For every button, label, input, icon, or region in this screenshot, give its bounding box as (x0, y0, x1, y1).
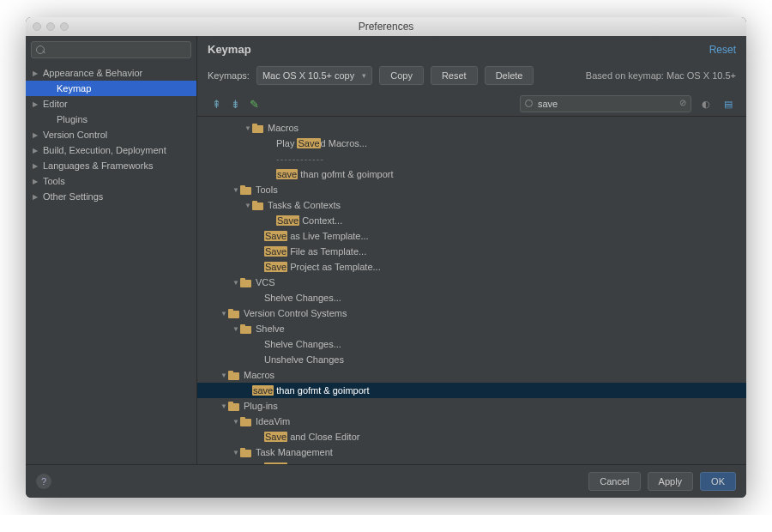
clear-search-icon[interactable]: ⊘ (679, 98, 686, 107)
folder-icon (252, 124, 264, 133)
folder-icon (240, 185, 252, 195)
tree-label: Save Project as Template... (264, 262, 381, 272)
tree-row[interactable]: ▼VCS (197, 275, 746, 290)
page-title: Keymap (208, 43, 709, 56)
tree-label: Unshelve Changes (264, 354, 344, 365)
expand-arrow-icon: ▶ (33, 70, 38, 77)
folder-icon (240, 278, 252, 287)
tree-row[interactable]: ▼Version Control Systems (197, 305, 746, 321)
expand-all-icon[interactable]: ⇞ (208, 95, 225, 112)
folder-icon (228, 402, 240, 411)
sidebar-item-label: Build, Execution, Deployment (43, 145, 166, 155)
tree-row[interactable]: Save as Live Template... (197, 228, 746, 244)
expand-arrow-icon: ▶ (33, 178, 38, 185)
tree-label: Shelve Changes... (264, 293, 341, 303)
expand-arrow-icon: ▶ (33, 162, 38, 170)
tree-row[interactable]: save than gofmt & goimport (197, 383, 746, 398)
ok-button[interactable]: OK (700, 472, 736, 491)
sidebar-nav: ▶Appearance & BehaviorKeymap▶EditorPlugi… (26, 63, 196, 464)
copy-button[interactable]: Copy (379, 66, 424, 85)
tree-label: Macros (268, 123, 299, 133)
tree-row[interactable]: ▼Tasks & Contexts (197, 197, 746, 213)
tree-arrow-icon: ▼ (244, 202, 252, 209)
tree-label: Tools (256, 184, 278, 195)
keymaps-label: Keymaps: (208, 70, 250, 81)
main-panel: Keymap Reset Keymaps: Mac OS X 10.5+ cop… (197, 36, 746, 464)
cancel-button[interactable]: Cancel (588, 472, 640, 491)
tree-arrow-icon: ▼ (232, 418, 240, 426)
sidebar-item-label: Languages & Frameworks (43, 160, 153, 171)
tree-arrow-icon: ▼ (220, 310, 228, 317)
delete-button[interactable]: Delete (485, 66, 534, 85)
edit-icon[interactable]: ✎ (245, 95, 262, 112)
tree-row[interactable]: ▼Macros (197, 120, 746, 136)
sidebar-item[interactable]: ▶Other Settings (26, 189, 196, 204)
sidebar-item[interactable]: Plugins (26, 112, 196, 127)
window-body: ▶Appearance & BehaviorKeymap▶EditorPlugi… (26, 36, 746, 464)
tree-label: Play Saved Macros... (276, 138, 367, 148)
preferences-window: Preferences ▶Appearance & BehaviorKeymap… (26, 17, 746, 498)
reset-link[interactable]: Reset (709, 44, 736, 56)
tree-row[interactable]: ▼Tools (197, 182, 746, 197)
tree-arrow-icon: ▼ (232, 279, 240, 287)
tree-row[interactable]: ▼Macros (197, 367, 746, 383)
help-button[interactable]: ? (36, 474, 51, 489)
find-action-icon[interactable]: ◐ (698, 96, 714, 112)
sidebar-item[interactable]: ▶Languages & Frameworks (26, 158, 196, 173)
main-header: Keymap Reset (197, 36, 746, 63)
tree-row[interactable]: Unshelve Changes (197, 352, 746, 367)
sidebar-item[interactable]: Keymap (26, 81, 196, 96)
tree-label: Shelve (256, 323, 285, 334)
sidebar-item[interactable]: ▶Appearance & Behavior (26, 65, 196, 81)
collapse-all-icon[interactable]: ⇟ (226, 95, 244, 112)
sidebar-item[interactable]: ▶Tools (26, 173, 196, 189)
tree-label: Save Context... (276, 215, 342, 226)
sidebar-item[interactable]: ▶Editor (26, 96, 196, 112)
tree-label: Plug-ins (244, 401, 278, 411)
expand-arrow-icon: ▶ (33, 193, 38, 201)
sidebar-item-label: Keymap (57, 83, 91, 94)
keymap-row: Keymaps: Mac OS X 10.5+ copy Copy Reset … (197, 63, 746, 92)
sidebar-item[interactable]: ▶Version Control (26, 127, 196, 142)
reset-button[interactable]: Reset (431, 66, 478, 85)
tree-arrow-icon: ▼ (220, 402, 228, 410)
expand-arrow-icon: ▶ (33, 147, 38, 154)
sidebar-item-label: Tools (43, 176, 65, 186)
tree-row[interactable]: ▼IdeaVim (197, 414, 746, 429)
tree-row[interactable]: ------------ (197, 151, 746, 166)
keymap-select[interactable]: Mac OS X 10.5+ copy (256, 66, 372, 85)
tree-row[interactable]: Play Saved Macros... (197, 136, 746, 151)
sidebar-search-wrap (26, 36, 196, 63)
sidebar-item[interactable]: ▶Build, Execution, Deployment (26, 142, 196, 158)
tree-row[interactable]: Save Project as Template... (197, 259, 746, 275)
tree-label: Shelve Changes... (264, 339, 341, 349)
based-on-label: Based on keymap: Mac OS X 10.5+ (586, 70, 736, 81)
titlebar: Preferences (26, 17, 746, 36)
sidebar-item-label: Appearance & Behavior (43, 68, 142, 78)
tree-row[interactable]: ▼Shelve (197, 321, 746, 336)
tree-row[interactable]: save than gofmt & goimport (197, 166, 746, 182)
apply-button[interactable]: Apply (648, 472, 694, 491)
action-search-wrap: ⊘ (520, 95, 691, 112)
tree-row[interactable]: Shelve Changes... (197, 336, 746, 352)
folder-icon (228, 309, 240, 318)
keymap-tree[interactable]: ▼MacrosPlay Saved Macros...------------s… (197, 117, 746, 464)
tree-label: Version Control Systems (244, 308, 347, 318)
action-search-input[interactable] (520, 95, 691, 112)
tree-label: Macros (244, 370, 274, 380)
tree-row[interactable]: Shelve Changes... (197, 290, 746, 305)
folder-icon (240, 417, 252, 426)
sidebar-search-input[interactable] (31, 41, 191, 58)
sidebar-item-label: Editor (43, 99, 68, 109)
tree-row[interactable]: ▼Plug-ins (197, 398, 746, 414)
tree-row[interactable]: ▼Task Management (197, 444, 746, 460)
tree-arrow-icon: ▼ (232, 449, 240, 456)
tree-row[interactable]: Save File as Template... (197, 244, 746, 259)
tree-label: VCS (256, 277, 275, 287)
expand-arrow-icon: ▶ (33, 131, 38, 139)
tree-label: IdeaVim (256, 416, 290, 426)
tree-row[interactable]: Save and Close Editor (197, 429, 746, 444)
tree-row[interactable]: Save Context... (197, 213, 746, 228)
folder-icon (252, 201, 264, 210)
filter-icon[interactable]: ▤ (721, 96, 736, 112)
